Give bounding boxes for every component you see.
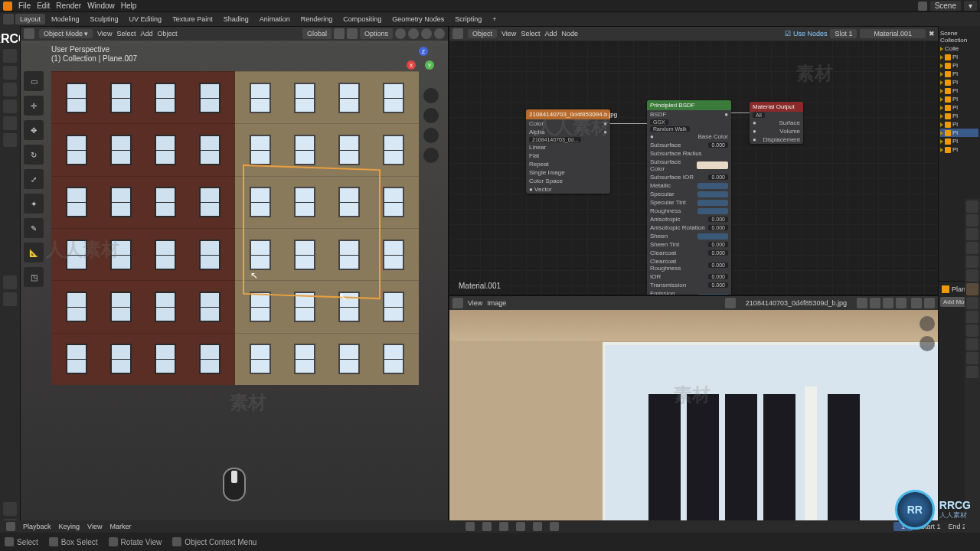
prop-tab-world[interactable]: [966, 256, 978, 268]
options-dropdown[interactable]: Options: [360, 28, 393, 39]
outliner-item[interactable]: Pl: [940, 70, 978, 78]
prop-tab-physics[interactable]: [966, 311, 978, 323]
orientation-dropdown[interactable]: Global: [302, 28, 332, 39]
outliner-item[interactable]: Pl: [940, 137, 978, 145]
prop-tab-material[interactable]: [966, 352, 978, 364]
image-pin-icon[interactable]: [896, 298, 906, 308]
snap-icon[interactable]: [334, 28, 345, 39]
outliner-item[interactable]: Pl: [940, 61, 978, 70]
shading-rendered-icon[interactable]: [434, 28, 445, 39]
tool-cursor[interactable]: ✛: [24, 96, 44, 116]
slot-dropdown[interactable]: Slot 1: [830, 29, 857, 38]
tray-icon[interactable]: [3, 49, 17, 63]
editor-type-icon[interactable]: [6, 522, 15, 531]
history-icon[interactable]: [3, 14, 14, 24]
tl-menu-view[interactable]: View: [87, 523, 102, 530]
sh-menu-view[interactable]: View: [501, 30, 516, 37]
shader-mode-dropdown[interactable]: Object: [468, 29, 497, 38]
workspace-sculpting[interactable]: Sculpting: [86, 14, 123, 24]
menu-help[interactable]: Help: [121, 2, 137, 10]
scene-dropdown[interactable]: Scene: [930, 1, 961, 11]
menu-render[interactable]: Render: [56, 2, 81, 10]
image-fake-user-icon[interactable]: [870, 298, 880, 308]
tray-icon[interactable]: [3, 133, 17, 147]
tray-icon[interactable]: [3, 292, 17, 306]
image-users-icon[interactable]: [857, 298, 867, 308]
outliner-item[interactable]: Pl: [940, 95, 978, 103]
tool-addcube[interactable]: ◳: [24, 267, 44, 287]
prop-tab-data[interactable]: [966, 338, 978, 350]
timeline[interactable]: Playback Keying View Marker 1 Start 1 En…: [0, 520, 980, 533]
tray-icon[interactable]: [3, 502, 17, 516]
menu-edit[interactable]: Edit: [37, 2, 50, 10]
workspace-compositing[interactable]: Compositing: [338, 14, 386, 24]
vp-menu-object[interactable]: Object: [157, 30, 177, 37]
workspace-shading[interactable]: Shading: [219, 14, 253, 24]
viewlayer-dropdown[interactable]: ▾: [964, 1, 977, 11]
outliner-item[interactable]: Pl: [940, 78, 978, 86]
prop-tab-object[interactable]: [966, 269, 978, 282]
image-gizmo-icon[interactable]: [924, 298, 935, 308]
workspace-texturepaint[interactable]: Texture Paint: [168, 14, 217, 24]
pin-icon[interactable]: ✖: [929, 30, 935, 37]
tray-icon[interactable]: [3, 276, 17, 289]
prop-tab-viewlayer[interactable]: [966, 228, 978, 240]
node-principled-bsdf[interactable]: Principled BSDF BSDF● GGX Random Walk ● …: [647, 100, 731, 295]
viewport-body[interactable]: User Perspective (1) Collection | Plane.…: [21, 41, 448, 532]
image-zoom-icon[interactable]: [920, 316, 935, 331]
proportional-icon[interactable]: [347, 28, 358, 39]
prop-tab-texture[interactable]: [966, 366, 978, 378]
node-material-output[interactable]: Material Output All ● Surface ● Volume ●…: [750, 102, 803, 144]
frame-start[interactable]: Start 1: [920, 523, 941, 530]
tool-rotate[interactable]: ↻: [24, 145, 44, 165]
workspace-geometrynodes[interactable]: Geometry Nodes: [387, 14, 449, 24]
prop-tab-output[interactable]: [966, 214, 978, 227]
tl-menu-keying[interactable]: Keying: [59, 523, 80, 530]
outliner-item[interactable]: Pl: [940, 145, 978, 154]
zoom-icon[interactable]: [423, 88, 439, 103]
nav-gizmo[interactable]: Z X Y: [402, 45, 440, 83]
tool-move[interactable]: ✥: [24, 120, 44, 140]
editor-type-icon[interactable]: [452, 28, 463, 39]
image-field[interactable]: 21084140703_0d...: [529, 137, 581, 142]
outliner-item[interactable]: Pl: [940, 86, 978, 95]
outliner-scene[interactable]: Scene Collection: [940, 29, 978, 44]
tool-annotate[interactable]: ✎: [24, 218, 44, 238]
frame-current[interactable]: 1: [893, 522, 913, 531]
workspace-rendering[interactable]: Rendering: [296, 14, 338, 24]
prop-tab-constraints[interactable]: [966, 324, 978, 337]
workspace-layout[interactable]: Layout: [15, 14, 45, 24]
outliner-collection[interactable]: Colle: [940, 44, 978, 53]
outliner-item[interactable]: Pl: [940, 120, 978, 129]
tool-measure[interactable]: 📐: [24, 243, 44, 262]
jump-end-icon[interactable]: [550, 522, 559, 531]
img-menu-image[interactable]: Image: [487, 299, 506, 307]
camera-view-icon[interactable]: [423, 128, 439, 143]
editor-type-icon[interactable]: [452, 298, 463, 308]
outliner-item[interactable]: Pl: [940, 129, 978, 137]
tool-scale[interactable]: ⤢: [24, 169, 44, 189]
perspective-toggle-icon[interactable]: [423, 148, 439, 163]
sh-menu-add[interactable]: Add: [544, 30, 557, 37]
pan-icon[interactable]: [423, 108, 439, 123]
tl-menu-marker[interactable]: Marker: [109, 523, 131, 530]
play-reverse-icon[interactable]: [499, 522, 508, 531]
outliner-item[interactable]: Pl: [940, 112, 978, 120]
sh-menu-node[interactable]: Node: [561, 30, 578, 37]
next-key-icon[interactable]: [533, 522, 542, 531]
workspace-modeling[interactable]: Modeling: [47, 14, 84, 24]
material-name-field[interactable]: Material.001: [860, 29, 926, 38]
image-unlink-icon[interactable]: [883, 298, 893, 308]
shading-matprev-icon[interactable]: [421, 28, 432, 39]
display-channels-icon[interactable]: [911, 298, 922, 308]
tl-menu-playback[interactable]: Playback: [23, 523, 51, 530]
vp-menu-add[interactable]: Add: [140, 30, 152, 37]
img-menu-view[interactable]: View: [468, 299, 482, 307]
menu-window[interactable]: Window: [87, 2, 115, 10]
mode-dropdown[interactable]: Object Mode ▾: [39, 29, 93, 38]
prev-key-icon[interactable]: [482, 522, 492, 531]
image-editor-body[interactable]: [449, 310, 938, 532]
jump-start-icon[interactable]: [466, 522, 475, 531]
prop-tab-scene[interactable]: [966, 242, 978, 254]
axis-y-icon[interactable]: Y: [425, 60, 434, 70]
